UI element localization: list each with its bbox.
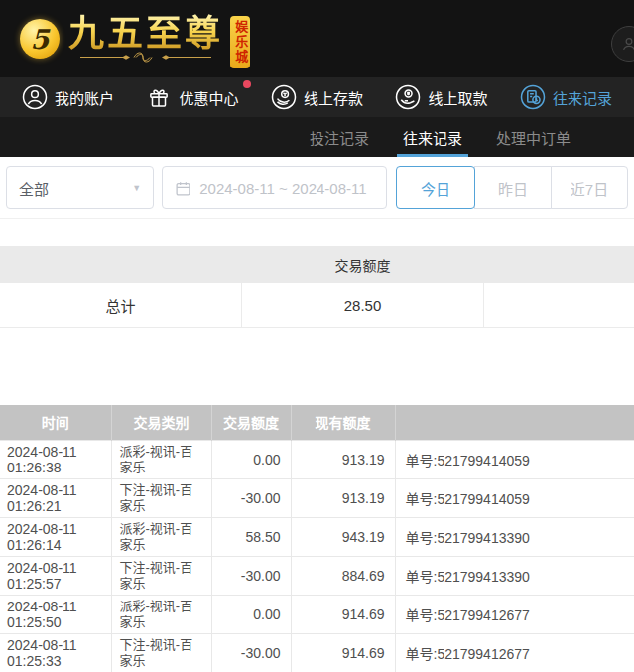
gift-icon — [146, 84, 172, 110]
cell-amount: -30.00 — [211, 478, 291, 517]
tab-processing-orders[interactable]: 处理中订单 — [496, 117, 571, 157]
cell-balance: 884.69 — [291, 556, 395, 595]
cell-amount: 0.00 — [211, 440, 291, 478]
cell-order: 单号:521799412677 — [395, 595, 634, 633]
nav-item-transactions[interactable]: 往来记录 — [520, 84, 612, 110]
type-select-value: 全部 — [19, 178, 49, 199]
cell-order: 单号:521799413390 — [395, 556, 634, 595]
logo-text: 九五至尊 — [68, 14, 223, 54]
main-navbar: 我的账户 优惠中心 线上存款 — [0, 77, 634, 117]
col-balance: 现有额度 — [291, 405, 395, 440]
col-order — [395, 405, 634, 440]
summary-empty-cell — [484, 283, 634, 327]
spacer — [0, 219, 634, 246]
cell-balance: 913.19 — [291, 478, 395, 517]
table-row: 2024-08-11 01:26:21 下注-视讯-百家乐 -30.00 913… — [0, 478, 634, 517]
today-button[interactable]: 今日 — [396, 166, 475, 209]
logo-coin-icon: 5 — [20, 19, 60, 59]
table-row: 2024-08-11 01:25:33 下注-视讯-百家乐 -30.00 914… — [0, 633, 634, 672]
cell-time: 2024-08-11 01:26:38 — [0, 440, 111, 478]
date-range-picker[interactable]: 2024-08-11 ~ 2024-08-11 — [162, 166, 387, 209]
nav-item-deposit[interactable]: 线上存款 — [271, 84, 363, 110]
records-header-row: 时间 交易类别 交易额度 现有额度 — [0, 405, 634, 440]
date-range-value: 2024-08-11 ~ 2024-08-11 — [199, 180, 366, 197]
summary-total-row: 总计 28.50 — [0, 283, 634, 328]
nav-item-withdraw[interactable]: 线上取款 — [395, 84, 487, 110]
nav-item-promotions[interactable]: 优惠中心 — [146, 84, 238, 110]
col-time: 时间 — [0, 405, 111, 440]
table-row: 2024-08-11 01:25:57 下注-视讯-百家乐 -30.00 884… — [0, 556, 634, 595]
withdraw-icon — [395, 84, 421, 110]
nav-label: 往来记录 — [553, 87, 612, 108]
table-row: 2024-08-11 01:25:50 派彩-视讯-百家乐 0.00 914.6… — [0, 595, 634, 633]
cell-balance: 913.19 — [291, 440, 395, 478]
summary-header-empty — [484, 246, 634, 283]
table-row: 2024-08-11 01:26:14 派彩-视讯-百家乐 58.50 943.… — [0, 517, 634, 556]
nav-label: 优惠中心 — [179, 87, 238, 108]
col-type: 交易类别 — [111, 405, 211, 440]
cell-amount: 58.50 — [211, 517, 291, 556]
filter-bar: 全部 ▼ 2024-08-11 ~ 2024-08-11 今日 昨日 近7日 — [0, 157, 634, 219]
table-row: 2024-08-11 01:26:38 派彩-视讯-百家乐 0.00 913.1… — [0, 440, 634, 478]
site-header: 5 九五至尊 娱乐城 — [0, 0, 634, 77]
logo-badge: 娱乐城 — [230, 16, 250, 68]
summary-total-value: 28.50 — [241, 283, 484, 327]
service-float-icon[interactable] — [611, 26, 634, 62]
summary-header-amount: 交易额度 — [241, 246, 484, 283]
cell-type: 派彩-视讯-百家乐 — [111, 440, 211, 478]
logo[interactable]: 5 九五至尊 娱乐城 — [20, 10, 250, 68]
yesterday-button[interactable]: 昨日 — [474, 166, 552, 209]
cell-order: 单号:521799414059 — [395, 478, 634, 517]
cell-order: 单号:521799413390 — [395, 517, 634, 556]
last7days-button[interactable]: 近7日 — [551, 166, 628, 209]
cell-time: 2024-08-11 01:26:21 — [0, 478, 111, 517]
cell-type: 下注-视讯-百家乐 — [111, 633, 211, 672]
summary-table: 交易额度 总计 28.50 — [0, 246, 634, 328]
cell-type: 下注-视讯-百家乐 — [111, 556, 211, 595]
cell-balance: 914.69 — [291, 633, 395, 672]
calendar-icon — [175, 180, 191, 197]
cell-time: 2024-08-11 01:26:14 — [0, 517, 111, 556]
cell-time: 2024-08-11 01:25:50 — [0, 595, 111, 633]
cell-amount: -30.00 — [211, 633, 291, 672]
type-select[interactable]: 全部 ▼ — [6, 166, 154, 209]
records-table: 时间 交易类别 交易额度 现有额度 2024-08-11 01:26:38 派彩… — [0, 405, 634, 672]
records-icon — [520, 84, 546, 110]
summary-header-row: 交易额度 — [0, 246, 634, 283]
cell-time: 2024-08-11 01:25:57 — [0, 556, 111, 595]
nav-item-my-account[interactable]: 我的账户 — [22, 84, 114, 110]
cell-balance: 914.69 — [291, 595, 395, 633]
tab-transaction-records[interactable]: 往来记录 — [403, 117, 462, 157]
nav-label: 我的账户 — [55, 87, 114, 108]
cell-type: 派彩-视讯-百家乐 — [111, 517, 211, 556]
cell-amount: 0.00 — [211, 595, 291, 633]
spacer — [0, 328, 634, 405]
flourish-divider-icon — [78, 51, 213, 64]
tab-bet-records[interactable]: 投注记录 — [310, 117, 369, 157]
summary-total-label: 总计 — [0, 283, 241, 327]
summary-header-empty — [0, 246, 241, 283]
tab-label: 处理中订单 — [496, 127, 571, 148]
col-amount: 交易额度 — [211, 405, 291, 440]
tab-label: 投注记录 — [310, 127, 369, 148]
nav-label: 线上取款 — [428, 87, 487, 108]
cell-order: 单号:521799414059 — [395, 440, 634, 478]
record-subtabs: 投注记录 往来记录 处理中订单 — [0, 117, 634, 157]
logo-number: 5 — [31, 24, 50, 55]
quick-date-group: 今日 昨日 近7日 — [396, 166, 628, 209]
cell-time: 2024-08-11 01:25:33 — [0, 633, 111, 672]
chevron-down-icon: ▼ — [132, 183, 141, 193]
app-window: 5 九五至尊 娱乐城 我的账户 — [0, 0, 634, 672]
tab-label: 往来记录 — [403, 127, 462, 148]
cell-type: 派彩-视讯-百家乐 — [111, 595, 211, 633]
cell-amount: -30.00 — [211, 556, 291, 595]
deposit-icon — [271, 84, 297, 110]
cell-balance: 943.19 — [291, 517, 395, 556]
cell-order: 单号:521799412677 — [395, 633, 634, 672]
user-icon — [22, 84, 48, 110]
cell-type: 下注-视讯-百家乐 — [111, 478, 211, 517]
nav-label: 线上存款 — [304, 87, 363, 108]
notification-dot — [243, 80, 251, 88]
